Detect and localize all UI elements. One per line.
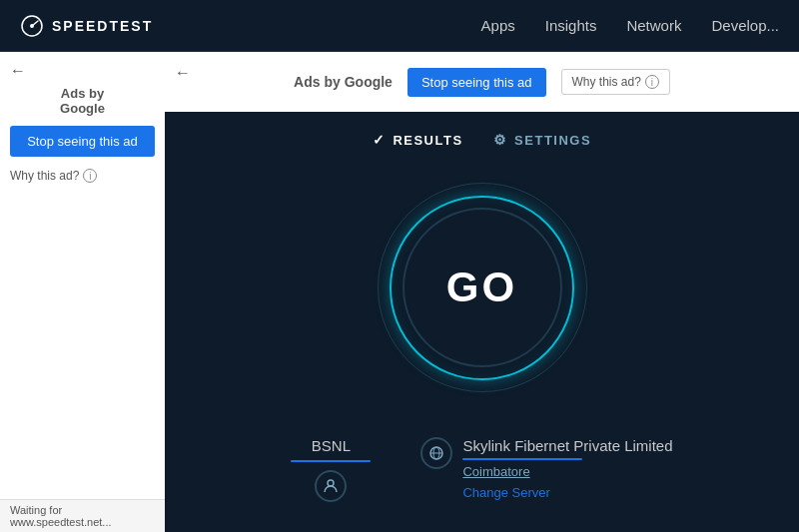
- isp-icon-row: [315, 470, 347, 502]
- status-bar: Waiting for www.speedtest.net...: [0, 499, 165, 532]
- top-ads-by-google: Ads by Google: [294, 73, 393, 91]
- tab-settings[interactable]: ⚙ SETTINGS: [493, 132, 592, 148]
- speedtest-logo-icon: [20, 14, 44, 38]
- go-button[interactable]: GO: [402, 208, 562, 367]
- nav-network[interactable]: Network: [626, 17, 681, 34]
- go-button-container: GO: [373, 178, 592, 397]
- logo: SPEEDTEST: [20, 14, 153, 38]
- header-nav: Apps Insights Network Develop...: [481, 17, 779, 34]
- top-info-icon: i: [645, 75, 659, 89]
- status-text: Waiting for www.speedtest.net...: [10, 504, 112, 528]
- results-check-icon: ✓: [373, 132, 387, 148]
- user-icon: [315, 470, 347, 502]
- isp-block: BSNL: [291, 437, 371, 502]
- change-server-link[interactable]: Change Server: [462, 485, 672, 500]
- tab-results[interactable]: ✓ RESULTS: [373, 132, 463, 148]
- left-stop-seeing-button[interactable]: Stop seeing this ad: [10, 126, 155, 157]
- nav-develop[interactable]: Develop...: [711, 17, 779, 34]
- server-location: Coimbatore: [462, 464, 672, 479]
- settings-gear-icon: ⚙: [493, 132, 508, 148]
- svg-point-1: [30, 24, 34, 28]
- top-why-this-ad[interactable]: Why this ad? i: [561, 69, 670, 95]
- left-ad-back-arrow[interactable]: ←: [10, 62, 155, 80]
- header: SPEEDTEST Apps Insights Network Develop.…: [0, 0, 799, 52]
- server-block: Skylink Fibernet Private Limited Coimbat…: [420, 437, 672, 500]
- main-content: ← Ads by Google Stop seeing this ad Why …: [165, 52, 799, 532]
- svg-point-2: [328, 480, 334, 486]
- nav-apps[interactable]: Apps: [481, 17, 515, 34]
- left-ads-by-google: Ads by Google: [10, 86, 155, 116]
- left-ad-panel: ← Ads by Google Stop seeing this ad Why …: [0, 52, 165, 532]
- isp-underline: [291, 460, 371, 462]
- server-provider-name: Skylink Fibernet Private Limited: [462, 437, 672, 454]
- globe-icon: [420, 437, 452, 469]
- top-stop-seeing-button[interactable]: Stop seeing this ad: [407, 68, 546, 97]
- server-right-info: Skylink Fibernet Private Limited Coimbat…: [462, 437, 672, 500]
- nav-insights[interactable]: Insights: [545, 17, 597, 34]
- go-label: GO: [446, 264, 517, 311]
- left-why-this-ad[interactable]: Why this ad? i: [10, 165, 155, 187]
- isp-name: BSNL: [312, 437, 351, 454]
- top-ad-banner: ← Ads by Google Stop seeing this ad Why …: [165, 52, 799, 112]
- server-underline: [462, 458, 582, 460]
- left-info-icon: i: [83, 169, 97, 183]
- main-container: ← Ads by Google Stop seeing this ad Why …: [0, 52, 799, 532]
- logo-text: SPEEDTEST: [52, 18, 153, 34]
- top-ad-back-arrow[interactable]: ←: [175, 64, 191, 82]
- speedtest-area: ✓ RESULTS ⚙ SETTINGS GO B: [165, 112, 799, 532]
- server-info: BSNL: [291, 437, 672, 502]
- tabs: ✓ RESULTS ⚙ SETTINGS: [373, 132, 591, 148]
